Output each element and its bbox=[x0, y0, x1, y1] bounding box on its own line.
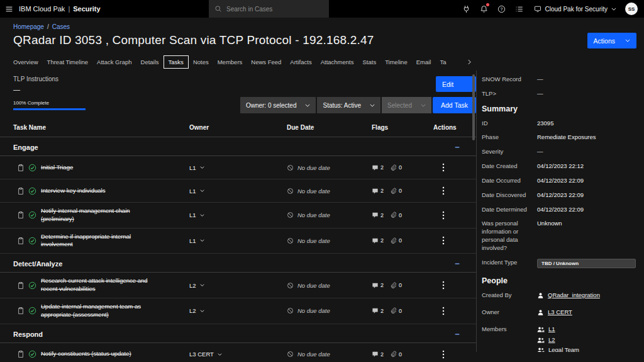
member-item[interactable]: L1 bbox=[537, 325, 636, 334]
task-overflow-menu-button[interactable] bbox=[438, 162, 449, 173]
tab-stats[interactable]: Stats bbox=[358, 55, 380, 69]
task-owner-dropdown[interactable]: L2 bbox=[189, 282, 204, 289]
task-overflow-menu-button[interactable] bbox=[438, 305, 449, 317]
member-name[interactable]: L2 bbox=[548, 336, 555, 344]
tab-artifacts[interactable]: Artifacts bbox=[286, 55, 316, 69]
created-by-person[interactable]: QRadar_integration bbox=[537, 291, 636, 300]
comments-flag[interactable]: 2 bbox=[372, 237, 384, 244]
tab-timeline[interactable]: Timeline bbox=[380, 55, 412, 69]
clipboard-icon[interactable] bbox=[17, 350, 25, 358]
breadcrumb-homepage[interactable]: Homepage bbox=[13, 23, 44, 30]
activity-log-button[interactable] bbox=[511, 0, 528, 18]
add-task-button[interactable]: Add Task bbox=[433, 97, 476, 113]
edit-button[interactable]: Edit bbox=[436, 76, 476, 92]
comment-count: 2 bbox=[380, 212, 384, 218]
task-owner-dropdown[interactable]: L2 bbox=[189, 307, 204, 314]
tab-details[interactable]: Details bbox=[136, 55, 164, 69]
comment-icon bbox=[372, 212, 379, 218]
connections-button[interactable] bbox=[458, 0, 475, 18]
user-avatar[interactable]: SS bbox=[625, 3, 638, 15]
attachments-flag[interactable]: 0 bbox=[390, 237, 402, 244]
notifications-button[interactable] bbox=[475, 0, 493, 18]
member-name[interactable]: Legal Team bbox=[548, 346, 579, 352]
brand[interactable]: IBM Cloud Pak|Security bbox=[19, 5, 101, 13]
member-item[interactable]: L2 bbox=[537, 336, 636, 344]
task-name-cell: Notify constituents (status update) bbox=[13, 350, 189, 358]
tab-members[interactable]: Members bbox=[213, 55, 247, 69]
task-name-cell: Notify internal management chain (prelim… bbox=[13, 207, 189, 223]
comments-flag[interactable]: 2 bbox=[372, 188, 384, 195]
task-name[interactable]: Research current attack intelligence and… bbox=[41, 277, 164, 293]
clipboard-icon[interactable] bbox=[17, 237, 25, 245]
owner-person[interactable]: L3 CERT bbox=[537, 308, 636, 317]
owner-filter-dropdown[interactable]: Owner: 0 selected bbox=[240, 97, 316, 113]
task-name[interactable]: Initial Triage bbox=[41, 164, 73, 172]
tab-tasks[interactable]: Tasks bbox=[164, 55, 189, 69]
owner-field: Owner L3 CERT bbox=[482, 308, 636, 319]
tab-ta[interactable]: Ta bbox=[435, 55, 450, 69]
attachments-flag[interactable]: 0 bbox=[390, 282, 402, 289]
attachments-flag[interactable]: 0 bbox=[390, 307, 402, 314]
task-overflow-menu-button[interactable] bbox=[438, 210, 449, 221]
tab-attachments[interactable]: Attachments bbox=[316, 55, 358, 69]
field-value: — bbox=[537, 148, 636, 156]
scrollbar-thumb[interactable] bbox=[472, 74, 475, 140]
attachments-flag[interactable]: 0 bbox=[390, 351, 402, 358]
task-owner-dropdown[interactable]: L1 bbox=[189, 164, 204, 171]
task-overflow-menu-button[interactable] bbox=[438, 185, 449, 196]
task-name[interactable]: Notify constituents (status update) bbox=[41, 350, 131, 358]
attachments-flag[interactable]: 0 bbox=[390, 212, 402, 218]
progress-bar bbox=[13, 108, 86, 110]
actions-button[interactable]: Actions bbox=[587, 33, 636, 48]
clipboard-icon[interactable] bbox=[17, 187, 25, 195]
attachments-flag[interactable]: 0 bbox=[390, 188, 402, 195]
clipboard-icon[interactable] bbox=[17, 307, 25, 315]
collapse-section-button[interactable] bbox=[454, 261, 460, 267]
task-owner-dropdown[interactable]: L1 bbox=[189, 237, 204, 244]
task-name[interactable]: Interview key individuals bbox=[41, 187, 105, 195]
tab-threat-timeline[interactable]: Threat Timeline bbox=[43, 55, 92, 69]
breadcrumb-cases[interactable]: Cases bbox=[52, 23, 70, 30]
tab-news-feed[interactable]: News Feed bbox=[247, 55, 286, 69]
tab-notes[interactable]: Notes bbox=[189, 55, 213, 69]
task-overflow-menu-button[interactable] bbox=[438, 349, 449, 360]
status-filter-dropdown[interactable]: Status: Active bbox=[317, 97, 380, 113]
comments-flag[interactable]: 2 bbox=[372, 164, 384, 171]
task-owner-dropdown[interactable]: L1 bbox=[189, 212, 204, 218]
member-item[interactable]: Legal Team bbox=[537, 346, 636, 352]
tab-attack-graph[interactable]: Attack Graph bbox=[92, 55, 136, 69]
clipboard-icon[interactable] bbox=[17, 211, 25, 219]
task-name[interactable]: Update internal management team as appro… bbox=[41, 303, 164, 319]
task-owner-dropdown[interactable]: L1 bbox=[189, 188, 204, 195]
clipboard-icon[interactable] bbox=[17, 281, 25, 290]
tab-overview[interactable]: Overview bbox=[9, 55, 43, 69]
attachments-flag[interactable]: 0 bbox=[390, 164, 402, 171]
task-name[interactable]: Determine if inappropriate internal invo… bbox=[41, 233, 164, 249]
clipboard-icon[interactable] bbox=[17, 164, 25, 172]
help-button[interactable]: ? bbox=[493, 0, 511, 18]
selected-filter-dropdown[interactable]: Selected bbox=[382, 97, 431, 113]
comments-flag[interactable]: 2 bbox=[372, 282, 384, 289]
owner-link[interactable]: L3 CERT bbox=[548, 308, 572, 317]
comments-flag[interactable]: 2 bbox=[372, 212, 384, 218]
global-search[interactable] bbox=[209, 0, 329, 18]
summary-heading: Summary bbox=[482, 105, 636, 113]
collapse-section-button[interactable] bbox=[454, 144, 460, 150]
comments-flag[interactable]: 2 bbox=[372, 351, 384, 358]
member-name[interactable]: L1 bbox=[548, 325, 555, 334]
task-name[interactable]: Notify internal management chain (prelim… bbox=[41, 207, 164, 223]
task-owner-dropdown[interactable]: L3 CERT bbox=[189, 351, 222, 358]
brand-regular: IBM Cloud Pak bbox=[19, 5, 65, 13]
tab-email[interactable]: Email bbox=[412, 55, 436, 69]
task-flags-cell: 2 0 bbox=[372, 237, 433, 244]
task-overflow-menu-button[interactable] bbox=[438, 235, 449, 246]
workspace-switcher[interactable]: Cloud Pak for Security bbox=[528, 0, 623, 18]
comments-flag[interactable]: 2 bbox=[372, 307, 384, 314]
task-overflow-menu-button[interactable] bbox=[438, 280, 449, 291]
incident-type-tag[interactable]: TBD / Unknown bbox=[537, 259, 636, 269]
search-input[interactable] bbox=[226, 6, 323, 13]
tab-scroll-right-button[interactable] bbox=[462, 54, 476, 69]
collapse-section-button[interactable] bbox=[454, 331, 460, 337]
created-by-link[interactable]: QRadar_integration bbox=[548, 291, 600, 300]
hamburger-menu-button[interactable] bbox=[0, 0, 18, 18]
